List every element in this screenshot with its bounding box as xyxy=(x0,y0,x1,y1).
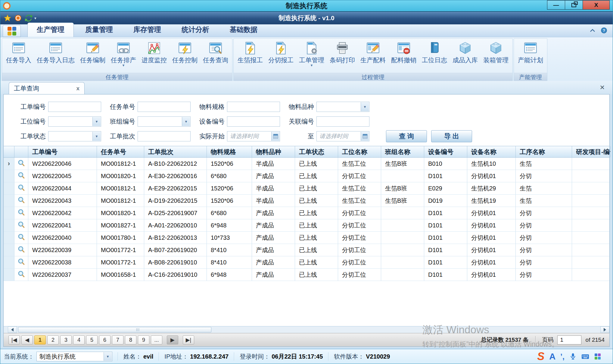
row-selector[interactable]: › xyxy=(4,158,14,170)
row-search-button[interactable] xyxy=(14,195,28,207)
toolbar-options-caret-icon[interactable]: ▾ xyxy=(34,16,36,20)
menu-tab-生产管理[interactable]: 生产管理 xyxy=(27,23,74,37)
row-search-button[interactable] xyxy=(14,256,28,268)
input-任务单号[interactable] xyxy=(138,102,191,112)
help-icon[interactable]: ? xyxy=(601,27,607,35)
date-input-至[interactable]: 请选择时间 xyxy=(316,131,369,141)
column-header-工单批次[interactable]: 工单批次 xyxy=(144,146,207,157)
row-selector[interactable] xyxy=(4,182,14,194)
table-row[interactable]: W2206220042MO001820-1A-D25-2206190076*68… xyxy=(4,207,609,219)
row-selector[interactable] xyxy=(4,219,14,231)
microphone-icon[interactable] xyxy=(569,353,577,360)
chevron-down-icon[interactable]: ▼ xyxy=(361,102,369,111)
row-search-button[interactable] xyxy=(14,269,28,281)
column-header-任务单号[interactable]: 任务单号 xyxy=(97,146,144,157)
tab-close-icon[interactable]: x xyxy=(76,85,79,92)
page-button-7[interactable]: 7 xyxy=(112,335,123,344)
combo-物料品种[interactable]: ▼ xyxy=(316,102,369,112)
combo-工位编号[interactable]: ▼ xyxy=(48,116,101,127)
column-header-物料规格[interactable]: 物料规格 xyxy=(207,146,252,157)
table-row[interactable]: W2206220040MO001780-1A-B12-22062001310*7… xyxy=(4,232,609,244)
menu-tab-质量管理[interactable]: 质量管理 xyxy=(76,23,122,37)
page-button-5[interactable]: 5 xyxy=(86,335,98,344)
restore-button[interactable] xyxy=(565,0,583,10)
input-设备编号[interactable] xyxy=(227,116,280,127)
scrollbar-thumb[interactable] xyxy=(18,327,211,332)
settings-octagon-icon[interactable] xyxy=(14,14,22,22)
application-menu-button[interactable] xyxy=(3,25,21,37)
row-selector[interactable] xyxy=(4,256,14,268)
ribbon-button-任务导入日志[interactable]: 任务导入日志 xyxy=(34,40,77,65)
collapse-ribbon-icon[interactable] xyxy=(589,28,596,34)
next-page-button[interactable]: ▶ xyxy=(167,335,178,344)
input-工单编号[interactable] xyxy=(48,102,101,112)
calendar-icon[interactable] xyxy=(361,132,369,141)
favorite-star-icon[interactable] xyxy=(4,14,11,22)
refresh-icon[interactable] xyxy=(25,14,32,22)
date-input-实际开始[interactable]: 请选择时间 xyxy=(227,131,280,141)
ribbon-button-任务查询[interactable]: 任务查询 xyxy=(200,40,231,65)
chevron-down-icon[interactable]: ▼ xyxy=(92,117,101,126)
punctuation-mode-icon[interactable]: ’, xyxy=(560,353,565,360)
row-selector[interactable] xyxy=(4,195,14,207)
page-button-2[interactable]: 2 xyxy=(47,335,59,344)
row-selector[interactable] xyxy=(4,232,14,244)
doc-tab-workorder-query[interactable]: 工单查询 x xyxy=(9,82,85,94)
column-header-工位名称[interactable]: 工位名称 xyxy=(338,146,381,157)
column-header-物料品种[interactable]: 物料品种 xyxy=(252,146,295,157)
ribbon-button-工位日志[interactable]: 工位日志 xyxy=(419,40,450,65)
first-page-button[interactable]: |◀ xyxy=(8,335,20,344)
combo-工单状态[interactable]: ▼ xyxy=(48,131,101,141)
page-button-6[interactable]: 6 xyxy=(99,335,110,344)
column-header-班组名称[interactable]: 班组名称 xyxy=(381,146,424,157)
menu-tab-基础数据[interactable]: 基础数据 xyxy=(221,23,266,37)
ribbon-button-进度监控[interactable]: 进度监控 xyxy=(139,40,170,65)
scroll-right-button[interactable] xyxy=(600,326,609,333)
ribbon-button-工单管理[interactable]: 工单管理▼ xyxy=(296,40,327,68)
row-search-button[interactable] xyxy=(14,158,28,170)
page-button-...[interactable]: ... xyxy=(151,335,162,344)
row-selector[interactable] xyxy=(4,269,14,281)
table-row[interactable]: W2206220039MO001772-1A-B07-2206190208*41… xyxy=(4,244,609,256)
input-method-grid-icon[interactable] xyxy=(594,353,601,360)
page-button-8[interactable]: 8 xyxy=(125,335,136,344)
close-button[interactable]: X xyxy=(583,0,610,10)
column-header-研发项目-编号[interactable]: 研发项目-编号 xyxy=(572,146,611,157)
page-button-1[interactable]: 1 xyxy=(34,335,46,344)
ribbon-button-任务排产[interactable]: 任务排产▼ xyxy=(108,40,139,68)
table-row[interactable]: W2206220041MO001827-1A-A01-2206200106*94… xyxy=(4,219,609,232)
row-search-button[interactable] xyxy=(14,219,28,231)
column-header-工序名称[interactable]: 工序名称 xyxy=(516,146,572,157)
export-button[interactable]: 导 出 xyxy=(431,130,472,142)
ribbon-button-产能计划[interactable]: 产能计划 xyxy=(515,40,546,65)
ribbon-button-任务编制[interactable]: 任务编制 xyxy=(77,40,108,65)
row-search-button[interactable] xyxy=(14,244,28,256)
table-row[interactable]: W2206220045MO001820-1A-E30-2206200166*68… xyxy=(4,170,609,182)
row-search-button[interactable] xyxy=(14,182,28,194)
combo-班组编号[interactable]: ▼ xyxy=(138,116,191,127)
row-search-button[interactable] xyxy=(14,232,28,244)
ribbon-button-任务导入[interactable]: 任务导入 xyxy=(3,40,34,65)
row-search-button[interactable] xyxy=(14,170,28,182)
input-工单批次[interactable] xyxy=(138,131,191,141)
input-mode-icon[interactable]: A xyxy=(549,352,555,361)
page-button-4[interactable]: 4 xyxy=(73,335,85,344)
ribbon-button-生箔报工[interactable]: 生箔报工 xyxy=(235,40,266,65)
menu-tab-统计分析[interactable]: 统计分析 xyxy=(173,23,218,37)
calendar-icon[interactable] xyxy=(271,132,279,141)
row-selector[interactable] xyxy=(4,207,14,219)
table-row[interactable]: ›W2206220046MO001812-1A-B10-220622012152… xyxy=(4,158,609,170)
chevron-down-icon[interactable]: ▼ xyxy=(104,352,112,361)
page-number-input[interactable]: 1 xyxy=(557,335,581,344)
scroll-left-button[interactable] xyxy=(8,326,17,333)
chevron-down-icon[interactable]: ▼ xyxy=(182,117,190,126)
row-search-button[interactable] xyxy=(14,207,28,219)
horizontal-scrollbar[interactable] xyxy=(4,326,609,333)
query-button[interactable]: 查 询 xyxy=(386,130,427,142)
ribbon-button-装箱管理[interactable]: 装箱管理 xyxy=(481,40,511,65)
page-button-9[interactable]: 9 xyxy=(138,335,149,344)
table-row[interactable]: W2206220044MO001812-1A-E29-2206220151520… xyxy=(4,182,609,195)
ribbon-button-分切报工[interactable]: 分切报工 xyxy=(266,40,296,65)
previous-page-button[interactable]: ◀ xyxy=(21,335,33,344)
input-物料规格[interactable] xyxy=(227,102,280,112)
